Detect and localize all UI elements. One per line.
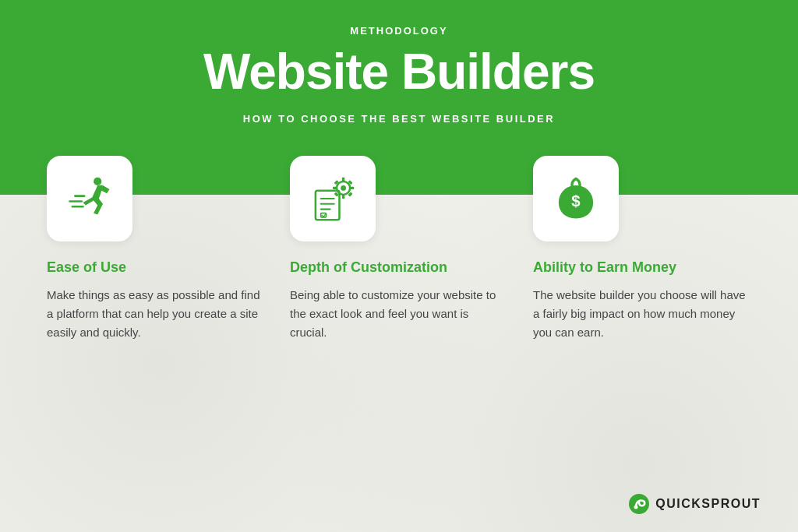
svg-point-12: [341, 185, 346, 191]
runner-icon: [63, 172, 116, 225]
earn-money-title: Ability to Earn Money: [533, 259, 676, 277]
cards-row: Ease of Use Make things as easy as possi…: [47, 156, 751, 342]
methodology-label: METHODOLOGY: [350, 25, 447, 37]
card-earn-money: $ Ability to Earn Money The website buil…: [533, 156, 751, 342]
quicksprout-logo-text: QUICKSPROUT: [655, 497, 761, 511]
ease-of-use-icon-box: [47, 156, 132, 241]
depth-customization-icon-box: [290, 156, 376, 241]
money-bag-icon: $: [549, 172, 602, 225]
card-ease-of-use: Ease of Use Make things as easy as possi…: [47, 156, 265, 342]
svg-rect-14: [342, 195, 344, 199]
ease-of-use-title: Ease of Use: [47, 259, 126, 277]
depth-customization-desc: Being able to customize your website to …: [290, 286, 508, 342]
content-section: Ease of Use Make things as easy as possi…: [0, 195, 798, 532]
earn-money-icon-box: $: [533, 156, 619, 241]
svg-point-23: [634, 506, 638, 509]
svg-rect-15: [333, 187, 337, 189]
svg-point-0: [94, 178, 101, 185]
svg-rect-16: [350, 187, 354, 189]
ease-of-use-desc: Make things as easy as possible and find…: [47, 286, 265, 342]
quicksprout-logo-icon: [628, 493, 650, 515]
card-depth-customization: Depth of Customization Being able to cus…: [290, 156, 508, 342]
svg-rect-13: [342, 178, 344, 181]
svg-text:$: $: [571, 192, 581, 210]
earn-money-desc: The website builder you choose will have…: [533, 286, 751, 342]
gear-document-icon: [306, 172, 359, 225]
subtitle: HOW TO CHOOSE THE BEST WEBSITE BUILDER: [243, 113, 555, 125]
page-container: METHODOLOGY Website Builders HOW TO CHOO…: [0, 0, 798, 532]
main-title: Website Builders: [203, 43, 595, 100]
quicksprout-logo: QUICKSPROUT: [628, 493, 761, 515]
depth-customization-title: Depth of Customization: [290, 259, 447, 277]
